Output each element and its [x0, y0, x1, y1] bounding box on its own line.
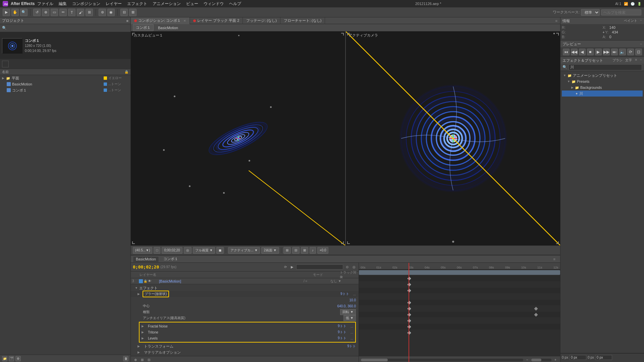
- footer-btn-2[interactable]: ⊞: [140, 357, 145, 362]
- ep-close-btn[interactable]: ✕: [635, 58, 637, 63]
- text-tab[interactable]: 文字: [625, 58, 632, 63]
- time-btn[interactable]: ◎: [184, 247, 192, 254]
- playback-options[interactable]: ▶: [289, 264, 295, 270]
- menu-effect[interactable]: エフェクト: [127, 1, 147, 7]
- list-item[interactable]: コンポ１ ...トーン: [0, 87, 130, 93]
- loop-btn[interactable]: ⟳: [627, 49, 634, 55]
- play-forward-btn[interactable]: ▶: [595, 49, 602, 55]
- footer-btn-1[interactable]: ⊕: [133, 357, 138, 362]
- comp-tab-flowchart[interactable]: フローチャート: (なし): [280, 17, 325, 24]
- layout-btn-3[interactable]: ⊠: [301, 247, 308, 254]
- layer-search-input[interactable]: [296, 264, 343, 269]
- workspace-dropdown[interactable]: 標準: [581, 9, 600, 16]
- right-input-1[interactable]: [570, 355, 586, 360]
- river-preset-item[interactable]: ✦ 川: [562, 90, 643, 97]
- animation-presets-folder[interactable]: ▼ 📁 アニメーションプリセット: [562, 72, 643, 78]
- stop-btn[interactable]: ■: [587, 49, 594, 55]
- material-row[interactable]: ▶ マテリアルオプション: [131, 349, 359, 355]
- menu-composition[interactable]: コンポジション: [72, 1, 100, 7]
- roto-tool[interactable]: ◉: [107, 9, 115, 16]
- align-btn[interactable]: ⊟: [120, 9, 128, 16]
- hand-tool[interactable]: ✋: [11, 9, 19, 16]
- brush-tool[interactable]: 🖌: [77, 9, 84, 16]
- type-dropdown[interactable]: 回転 ▼: [340, 309, 356, 315]
- timeline-tab-basicmotion[interactable]: BasicMotion: [133, 256, 159, 262]
- rotate-tool[interactable]: ↺: [33, 9, 41, 16]
- quality-btn[interactable]: フル画質 ▼: [193, 247, 215, 254]
- comp-panel-menu[interactable]: ≡: [553, 19, 560, 23]
- solo-btn[interactable]: ◎: [351, 264, 357, 270]
- timeline-tab-comp1[interactable]: コンポ１: [160, 255, 181, 262]
- step-back-btn[interactable]: ◀◀: [571, 49, 578, 55]
- effects-search-input[interactable]: [569, 64, 642, 70]
- pen-tool[interactable]: ✏: [59, 9, 67, 16]
- menu-view[interactable]: ビュー: [186, 1, 198, 7]
- settings-btn[interactable]: ⚙: [15, 356, 21, 361]
- help-search-input[interactable]: [601, 9, 641, 15]
- menu-edit[interactable]: 編集: [59, 1, 67, 7]
- skip-to-end-btn[interactable]: ⏭: [611, 49, 618, 55]
- play-backward-btn[interactable]: ◀: [579, 49, 586, 55]
- levels-row[interactable]: ▶ Levels 9トト ...: [140, 335, 355, 341]
- zoom-bar[interactable]: [531, 359, 551, 361]
- menu-window[interactable]: ウィンドウ: [204, 1, 224, 7]
- zoom-in-btn[interactable]: +: [553, 357, 558, 362]
- live-update-btn[interactable]: ⊙: [344, 264, 350, 270]
- zoom-out-btn[interactable]: −: [525, 357, 530, 362]
- info-minimize[interactable]: −: [640, 18, 642, 23]
- step-forward-btn[interactable]: ▶▶: [603, 49, 610, 55]
- sub-tab-basicmotion[interactable]: BasicMotion: [155, 25, 181, 31]
- footer-btn-3[interactable]: ⊟: [146, 357, 152, 362]
- puppet-tool[interactable]: ⊛: [99, 9, 106, 16]
- right-input-2[interactable]: [595, 355, 612, 360]
- effects-presets-header[interactable]: エフェクト＆プリセット ブラシ 文字 ✕ −: [560, 57, 644, 64]
- layout-btn-2[interactable]: ⊟: [292, 247, 300, 254]
- presets-subfolder[interactable]: ▼ 📁 Presets: [562, 78, 643, 84]
- snap-btn[interactable]: ⊠: [129, 9, 137, 16]
- preview-panel-header[interactable]: プレビュー −: [560, 41, 644, 47]
- preview-minimize[interactable]: −: [640, 42, 642, 46]
- menu-file[interactable]: ファイル: [37, 1, 53, 7]
- layer-row[interactable]: 3 🔒 👁 [BasicMotion] / ≈ なし ▼: [131, 278, 359, 284]
- audio-btn[interactable]: ♪: [310, 247, 316, 254]
- paint-tab[interactable]: ペイント: [624, 18, 637, 23]
- render-btn[interactable]: ◼: [216, 247, 224, 254]
- scroll-track[interactable]: [361, 359, 523, 361]
- transform-row[interactable]: ▶ トランスフォーム 9トト: [131, 343, 359, 349]
- layout-btn-1[interactable]: ⊞: [283, 247, 291, 254]
- clone-tool[interactable]: ⊞: [86, 9, 93, 16]
- audio-mute-btn[interactable]: 🔈: [619, 49, 626, 55]
- antialias-dropdown[interactable]: 低 ▼: [343, 315, 356, 321]
- project-panel-menu[interactable]: ≡: [126, 19, 128, 23]
- text-tool[interactable]: T: [68, 9, 75, 16]
- list-item[interactable]: BasicMotion ...トーン: [0, 81, 130, 87]
- prev-options-btn[interactable]: ⊡: [635, 49, 642, 55]
- timeline-panel-menu[interactable]: ≡: [551, 257, 558, 261]
- effects-header[interactable]: ▼ エフェクト: [131, 285, 359, 291]
- close-icon[interactable]: ✕: [183, 19, 186, 22]
- camera-select[interactable]: アクティブカ... ▼: [228, 247, 260, 254]
- menu-help[interactable]: ヘルプ: [229, 1, 241, 7]
- menu-layer[interactable]: レイヤー: [106, 1, 122, 7]
- info-panel-header[interactable]: 情報 ペイント −: [560, 17, 644, 24]
- new-comp-btn[interactable]: 🎬: [9, 356, 14, 361]
- ep-minimize[interactable]: −: [640, 58, 642, 63]
- camera-orbit[interactable]: ⊕: [42, 9, 49, 16]
- brush-tab[interactable]: ブラシ: [612, 58, 623, 63]
- view-mode-select[interactable]: 2画面 ▼: [261, 247, 279, 254]
- timecode-display[interactable]: 0;00;02;20: [162, 247, 182, 254]
- list-item[interactable]: ▶ 📁 平面 イエロー: [0, 75, 130, 81]
- delete-btn[interactable]: 🗑: [123, 356, 128, 361]
- project-search-input[interactable]: [7, 26, 128, 30]
- comp-tab-layer[interactable]: レイヤー ブラック 平面 2: [190, 17, 243, 24]
- backgrounds-subfolder[interactable]: ▶ 📁 Backgrounds: [562, 84, 643, 90]
- comp-tab-footage[interactable]: フッテージ: (なし): [243, 17, 280, 24]
- menu-animation[interactable]: アニメーション: [153, 1, 181, 7]
- skip-to-start-btn[interactable]: ⏮: [563, 49, 570, 55]
- zoom-control[interactable]: (40.5...▼): [133, 247, 152, 254]
- new-folder-btn[interactable]: 📁: [2, 356, 7, 361]
- eye-icon[interactable]: 👁: [148, 279, 151, 283]
- blur-effect-row[interactable]: ▶ ブラー(放射状) 9トト ...: [131, 291, 359, 297]
- comp-tab-composition[interactable]: コンポジション: コンポ１ ✕: [131, 17, 190, 24]
- selection-tool[interactable]: ▶: [3, 9, 10, 16]
